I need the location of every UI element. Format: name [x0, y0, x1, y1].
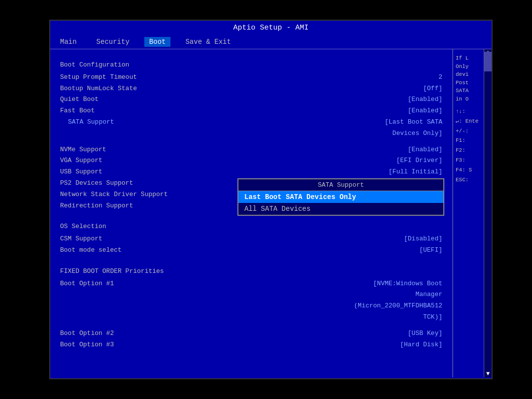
sata-support-value-cont: Devices Only] [393, 129, 442, 139]
boot-option1-label-cont [60, 290, 208, 300]
menu-boot[interactable]: Boot [144, 37, 171, 47]
boot-option1-value-cont2: (Micron_2200_MTFDHBA512 [354, 301, 442, 311]
content-area: Boot Configuration Setup Prompt Timeout … [50, 49, 492, 377]
sata-support-popup: SATA Support Last Boot SATA Devices Only… [237, 178, 444, 216]
row-usb[interactable]: USB Support [Full Initial] [60, 167, 442, 177]
boot-option1-value-cont1: Manager [415, 290, 442, 300]
setup-prompt-value: 2 [438, 72, 442, 83]
row-numlock[interactable]: Bootup NumLock State [Off] [60, 84, 442, 94]
fast-boot-label: Fast Boot [60, 106, 208, 116]
nvme-label: NVMe Support [60, 145, 208, 155]
row-vga[interactable]: VGA Support [EFI Driver] [60, 156, 442, 166]
boot-mode-label: Boot mode select [60, 245, 208, 256]
csm-value: [Disabled] [404, 234, 442, 244]
sata-support-label: SATA Support [60, 117, 208, 128]
boot-option2-value: [USB Key] [408, 329, 442, 339]
redirection-label: Redirection Support [60, 201, 208, 211]
bios-window: Aptio Setup - AMI Main Security Boot Sav… [49, 20, 493, 379]
row-sata-support[interactable]: SATA Support [Last Boot SATA [60, 117, 442, 128]
popup-title: SATA Support [238, 179, 443, 191]
row-boot-option2[interactable]: Boot Option #2 [USB Key] [60, 329, 442, 339]
os-selection-label: OS Selection [60, 222, 208, 232]
usb-label: USB Support [60, 167, 208, 177]
menu-security[interactable]: Security [92, 37, 134, 47]
row-csm[interactable]: CSM Support [Disabled] [60, 234, 442, 244]
popup-item-all-sata[interactable]: All SATA Devices [238, 203, 443, 215]
boot-config-label: Boot Configuration [60, 60, 208, 70]
section-boot-config: Boot Configuration [60, 55, 442, 71]
vga-value: [EFI Driver] [396, 156, 442, 166]
fast-boot-value: [Enabled] [408, 106, 442, 116]
scrollbar-down-arrow[interactable]: ▼ [484, 370, 492, 377]
ps2-label: PS2 Devices Support [60, 178, 208, 189]
popup-item-last-boot[interactable]: Last Boot SATA Devices Only [238, 191, 443, 203]
scrollbar[interactable]: ▲ ▼ [484, 49, 492, 377]
title-bar: Aptio Setup - AMI [50, 21, 492, 35]
fixed-boot-label: FIXED BOOT ORDER Priorities [60, 266, 208, 277]
boot-option3-value: [Hard Disk] [400, 340, 442, 350]
row-boot-option1-cont3: TCK)] [60, 312, 442, 323]
usb-value: [Full Initial] [389, 167, 442, 177]
boot-option2-label: Boot Option #2 [60, 329, 208, 339]
row-setup-prompt[interactable]: Setup Prompt Timeout 2 [60, 72, 442, 83]
row-boot-mode[interactable]: Boot mode select [UEFI] [60, 245, 442, 256]
menu-save-exit[interactable]: Save & Exit [180, 37, 235, 47]
row-boot-option1[interactable]: Boot Option #1 [NVME:Windows Boot [60, 279, 442, 289]
scrollbar-thumb[interactable] [484, 52, 492, 71]
row-fast-boot[interactable]: Fast Boot [Enabled] [60, 106, 442, 116]
row-boot-option1-cont1: Manager [60, 290, 442, 300]
setup-prompt-label: Setup Prompt Timeout [60, 72, 208, 83]
boot-option1-label-cont2 [60, 301, 208, 311]
row-boot-option3[interactable]: Boot Option #3 [Hard Disk] [60, 340, 442, 350]
row-os-selection: OS Selection [60, 217, 442, 233]
boot-option1-value-cont3: TCK)] [423, 312, 442, 323]
row-quiet-boot[interactable]: Quiet Boot [Enabled] [60, 95, 442, 105]
row-boot-option1-cont2: (Micron_2200_MTFDHBA512 [60, 301, 442, 311]
csm-label: CSM Support [60, 234, 208, 244]
quiet-boot-label: Quiet Boot [60, 95, 208, 105]
right-panel: If LOnlydeviPostSATAin O ↑↓:↵: Ente+/-:F… [452, 49, 492, 377]
boot-option1-label: Boot Option #1 [60, 279, 208, 289]
boot-mode-value: [UEFI] [419, 245, 442, 256]
row-sata-support-cont: Devices Only] [60, 129, 442, 139]
boot-option1-label-cont3 [60, 312, 208, 323]
row-fixed-boot-header: FIXED BOOT ORDER Priorities [60, 262, 442, 278]
row-nvme[interactable]: NVMe Support [Enabled] [60, 145, 442, 155]
numlock-value: [Off] [423, 84, 442, 94]
left-panel: Boot Configuration Setup Prompt Timeout … [50, 49, 452, 377]
menu-main[interactable]: Main [55, 37, 82, 47]
vga-label: VGA Support [60, 156, 208, 166]
sata-support-value: [Last Boot SATA [385, 117, 442, 128]
network-stack-label: Network Stack Driver Support [60, 190, 208, 200]
nvme-value: [Enabled] [408, 145, 442, 155]
numlock-label: Bootup NumLock State [60, 84, 208, 94]
boot-option1-value: [NVME:Windows Boot [373, 279, 442, 289]
menu-bar: Main Security Boot Save & Exit [50, 35, 492, 49]
quiet-boot-value: [Enabled] [408, 95, 442, 105]
bios-title: Aptio Setup - AMI [233, 24, 308, 32]
boot-option3-label: Boot Option #3 [60, 340, 208, 350]
sata-support-label-cont [60, 129, 208, 139]
